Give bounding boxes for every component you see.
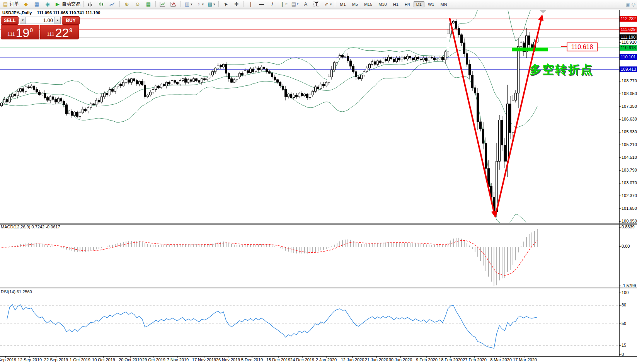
trend-arrow-head — [538, 14, 544, 21]
crosshair-button[interactable]: ✚ — [232, 0, 242, 9]
hline-tool-button[interactable]: — — [257, 0, 267, 9]
channel-tool-button[interactable]: ∥E — [278, 0, 289, 9]
fibo-icon: ▤ — [291, 1, 297, 7]
timeframe-button-M5[interactable]: M5 — [349, 1, 361, 7]
symbol-period-label: USDJPY-,Daily — [2, 10, 32, 15]
templates-button[interactable]: ▨▾ — [206, 0, 216, 9]
chevron-down-icon: ▾ — [202, 2, 204, 6]
volume-down-button[interactable]: ▼ — [20, 17, 26, 24]
macd-label: MACD(12,26,9) 0.7242 -0.0617 — [1, 225, 60, 229]
candle-chart-button[interactable] — [97, 0, 107, 9]
clock-icon: ◔ — [196, 1, 202, 7]
autotrade-icon: ▶ — [55, 1, 61, 7]
sell-price-display[interactable]: 111 19 0 — [1, 25, 39, 39]
tile-windows-button[interactable]: ▦ — [143, 0, 153, 9]
timeframe-button-D1[interactable]: D1 — [414, 1, 424, 7]
toolbar: ▤ 订单 ◆ ▦ ◉ ▶ 自动交易 ⊕ ⊖ ▦ ▥▾ ◔▾ ▨▾ ➤ ✚ | —… — [0, 0, 637, 9]
chart-shift-marker — [540, 10, 547, 13]
turning-point-annotation[interactable]: 多空转折点 — [530, 62, 593, 78]
chevron-down-icon: ▾ — [330, 2, 332, 6]
sell-price-big: 19 — [16, 27, 30, 39]
trendline-icon: / — [269, 1, 276, 7]
autotrade-button[interactable]: ▶ 自动交易 — [53, 0, 82, 9]
text-tool-button[interactable]: A — [301, 0, 311, 9]
vline-tool-button[interactable]: | — [246, 0, 256, 9]
volume-up-button[interactable]: ▲ — [55, 17, 61, 24]
autotrade-label: 自动交易 — [62, 1, 80, 7]
sell-price-main: 111 — [7, 31, 15, 37]
highlight-rect — [512, 48, 548, 51]
level-price-label[interactable]: 110.618 — [567, 43, 598, 51]
macd-histogram — [2, 229, 537, 286]
zoom-out-icon: ⊖ — [135, 1, 141, 7]
zoom-in-button[interactable]: ⊕ — [122, 0, 132, 9]
line-chart-icon — [109, 2, 116, 7]
arrows-tool-icon: ⇗ — [324, 1, 330, 7]
template-icon: ▨ — [207, 1, 213, 7]
buy-price-main: 111 — [47, 31, 55, 37]
toolbar-separator — [155, 1, 156, 7]
toolbar-separator — [119, 1, 120, 7]
bar-chart-button[interactable] — [86, 0, 96, 9]
market-watch-button[interactable]: ◆ — [21, 0, 31, 9]
hline-icon: — — [259, 1, 265, 7]
cursor-button[interactable]: ➤ — [221, 0, 231, 9]
indicators-icon — [160, 2, 166, 7]
sell-button[interactable]: SELL — [1, 16, 19, 25]
timeframe-button-MN[interactable]: MN — [438, 1, 450, 7]
new-order-icon: ▤ — [2, 1, 9, 7]
trendline-tool-button[interactable]: / — [267, 0, 278, 9]
periods-button[interactable]: ◔▾ — [194, 0, 205, 9]
rsi-level-lines — [0, 305, 619, 345]
gold-icon: ◆ — [23, 1, 29, 7]
toolbar-separator — [181, 1, 181, 7]
arrows-tool-button[interactable]: ⇗▾ — [322, 0, 333, 9]
chart-canvas[interactable] — [0, 0, 637, 364]
toolbar-separator — [218, 1, 219, 7]
chart-title: USDJPY-,Daily 111.096 111.668 110.741 11… — [2, 10, 100, 15]
text-tool-icon: A — [303, 1, 309, 7]
rsi-label: RSI(14) 61.2560 — [1, 289, 32, 294]
channel-icon: ∥ — [279, 1, 286, 7]
new-chart-button[interactable]: ▥▾ — [183, 0, 194, 9]
label-tool-button[interactable]: T — [312, 0, 322, 9]
channel-sub-label: E — [286, 2, 288, 6]
sell-price-sup: 0 — [30, 27, 33, 33]
timeframe-button-H4[interactable]: H4 — [402, 1, 413, 7]
toolbar-separator — [83, 1, 84, 7]
indicator-window-button[interactable] — [169, 0, 179, 9]
timeframe-button-W1[interactable]: W1 — [425, 1, 437, 7]
signals-button[interactable]: ◉ — [43, 0, 53, 9]
volume-input[interactable]: 1.00 — [26, 17, 55, 24]
crosshair-icon: ✚ — [233, 1, 240, 7]
zoom-out-button[interactable]: ⊖ — [133, 0, 143, 9]
timeframe-button-M1[interactable]: M1 — [337, 1, 348, 7]
macd-values: 0.7242 -0.0617 — [31, 225, 60, 229]
signal-icon: ◉ — [44, 1, 51, 7]
fibo-sub-label: F — [297, 2, 299, 6]
timeframe-group: M1M5M15M30H1H4D1W1MN — [337, 1, 450, 7]
rsi-line — [7, 304, 537, 348]
timeframe-button-H1[interactable]: H1 — [390, 1, 401, 7]
new-order-button[interactable]: ▤ 订单 — [1, 0, 20, 9]
terminal-button[interactable]: ▦ — [32, 0, 42, 9]
fibo-tool-button[interactable]: ▤F — [290, 0, 300, 9]
label-tool-icon: T — [313, 2, 319, 7]
mt4-window: { "toolbar": { "new_order_label": "订单", … — [0, 0, 637, 364]
timeframe-button-M15[interactable]: M15 — [361, 1, 375, 7]
new-chart-icon: ▥ — [184, 1, 190, 7]
buy-price-display[interactable]: 111 22 9 — [40, 25, 79, 39]
indicators-button[interactable] — [158, 0, 168, 9]
one-click-trading-panel: SELL ▼ 1.00 ▲ BUY 111 19 0 111 22 9 — [1, 16, 80, 39]
line-chart-button[interactable] — [107, 0, 118, 9]
indicator-window-icon — [170, 2, 177, 7]
cursor-icon: ➤ — [221, 0, 230, 9]
timeframe-button-M30[interactable]: M30 — [376, 1, 389, 7]
chevron-down-icon: ▾ — [213, 2, 215, 6]
mini-search-icon[interactable]: ◎ — [632, 2, 635, 7]
rsi-value: 61.2560 — [17, 289, 32, 294]
new-order-label: 订单 — [10, 1, 19, 7]
buy-price-sup: 9 — [69, 27, 72, 33]
buy-button[interactable]: BUY — [62, 16, 80, 25]
mini-chart-icon[interactable]: ▣ — [625, 2, 630, 7]
